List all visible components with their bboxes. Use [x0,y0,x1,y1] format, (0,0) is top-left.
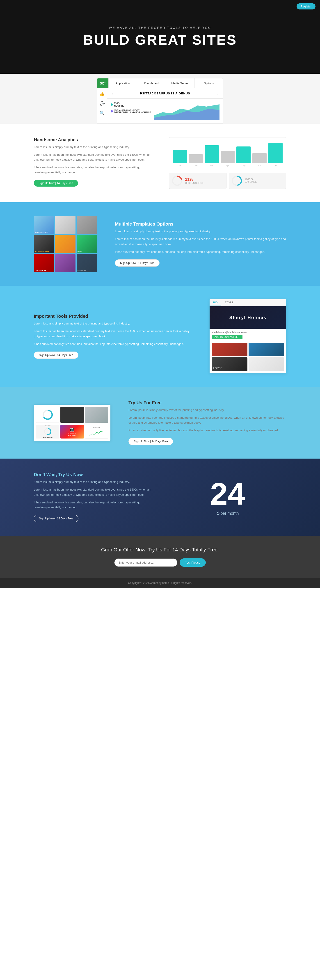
templates-desc3: It has survived not only five centuries,… [115,250,286,255]
footer-cta-title: Grab Our Offer Now. Try Us For 14 Days T… [34,547,286,553]
analytics-desc3: It has survived not only five centuries,… [34,165,151,175]
mockup-hero-image: Sheryl Holmes [210,306,286,329]
hero-title: BUILD GREAT SITES [83,32,237,48]
pricing-cta-button[interactable]: Sign Up Now | 14 Days Free [34,515,78,522]
templates-section: MOUNTAIN LOVE AUDI PROMOTION INDIE LONDO… [0,202,320,286]
sidebar-thumb-icon[interactable]: 👍 [100,92,105,97]
mockup-content: sherlylholmes@sherlylholmes.com ADD TO C… [210,329,286,342]
demo-legend: 1980sHOUSING The Metropolitan RailwayDEV… [111,102,151,120]
hero-subtitle: WE HAVE ALL THE PROPER TOOLS TO HELP YOU [83,26,237,30]
mini-chart-2-label: 11/17 38 [245,178,257,181]
mockup-grid: LORDE [210,342,286,373]
demo-widget: 👍 💬 🔍 ‹ PSITTACOSAURUS IS A GENUS › 1980… [97,88,223,124]
copyright-footer: Copyright © 2021.Company name All rights… [0,578,320,588]
tools-desc1: Lorem Ipsum is simply dummy text of the … [34,321,191,326]
tryus-desc1: Lorem Ipsum is simply dummy text of the … [129,408,286,413]
hero-section: Register WE HAVE ALL THE PROPER TOOLS TO… [0,0,320,74]
pricing-desc3: It has survived not only five centuries,… [34,500,151,510]
footer-form: Yes, Please [34,558,286,567]
bar-1 [173,150,187,163]
nav-item-options[interactable]: Options [194,78,223,88]
legend-item-2: The Metropolitan RailwayDEVELOPED LAND F… [111,109,151,114]
pricing-title: Don't Wait, Try Us Now [34,472,151,477]
template-grid: MOUNTAIN LOVE AUDI PROMOTION INDIE LONDO… [34,216,97,272]
tryus-text: Try Us For Free Lorem Ipsum is simply du… [129,400,286,445]
template-label-tube: LONDON TUBE [35,270,46,271]
template-cell-film [55,254,75,272]
nav-item-media[interactable]: Media Server [166,78,194,88]
demo-chart-visual [154,102,220,120]
tryus-desc2: Lorem Ipsum has been the industry's stan… [129,415,286,425]
chart-label-2: Feb [189,164,203,167]
app-logo: SQ² [97,78,108,88]
chart-label-1: Jan [173,164,187,167]
templates-desc2: Lorem Ipsum has been the industry's stan… [115,237,286,247]
tryus-bottom-grid: DEVICE 60% SINCE 📷 3.868.403Followers RE… [34,425,110,441]
pricing-period: per month [220,511,239,515]
pricing-display: 24 $ per month [169,478,286,516]
legend-dot-purple [111,110,113,113]
analytics-text: Handsome Analytics Lorem Ipsum is simply… [34,137,151,186]
template-label-car: AUDI PROMOTION [35,251,49,252]
demo-sidebar: 👍 💬 🔍 [97,88,107,124]
mockup-grid-portrait [212,343,247,356]
legend-item-1: 1980sHOUSING [111,102,151,107]
tryus-instagram-cell: 📷 3.868.403Followers [60,425,84,439]
chart-labels: Jan Feb Mar Apr May Jun Jul [173,164,283,167]
tryus-insta-followers: 3.868.403Followers [68,433,76,436]
mockup-grid-landscape [248,343,284,356]
nav-item-application[interactable]: Application [108,78,137,88]
bar-chart [173,141,283,163]
pricing-desc2: Lorem Ipsum has been the industry's stan… [34,487,151,497]
legend-label-1: 1980sHOUSING [114,102,125,107]
mockup-tab-bio[interactable]: BIO [210,299,221,306]
tryus-device-cell: DEVICE 60% SINCE [36,425,59,439]
bar-2 [189,154,203,163]
tryus-desc3: It has survived not only five centuries,… [129,428,286,433]
mini-chart-1-value: 21% [185,177,204,182]
bar-7 [268,143,283,163]
sidebar-search-icon[interactable]: 🔍 [100,111,105,116]
bar-6 [252,153,267,163]
mini-chart-1-label: ORDERS OFFICE [185,182,204,185]
analytics-cta-button[interactable]: Sign Up Now | 14 Days Free [34,180,78,186]
tools-title: Important Tools Provided [34,314,191,319]
analytics-visual: Jan Feb Mar Apr May Jun Jul 21% ORDERS O… [169,137,286,189]
template-cell-indie: INDIE [76,235,97,253]
mini-chart-1: 21% ORDERS OFFICE [169,173,226,189]
mockup-lorde-label: LORDE [213,367,223,370]
chart-label-6: Jun [252,164,267,167]
tryus-revenue-label: REVENUE [92,426,100,428]
tools-section: Important Tools Provided Lorem Ipsum is … [0,286,320,387]
tryus-device-pct: 60% SINCE [43,436,53,439]
tryus-cta-button[interactable]: Sign Up Now | 14 Days Free [129,438,173,445]
email-input[interactable] [114,558,177,567]
template-label-mountain: MOUNTAIN LOVE [35,231,48,233]
tryus-mockup: DEVICE 60% SINCE 📷 3.868.403Followers RE… [34,405,110,441]
templates-text: Multiple Templates Options Lorem Ipsum i… [115,221,286,266]
mockup-tab-store[interactable]: STORE [221,299,237,306]
template-label-indie: INDIE [78,251,82,252]
tools-mockup: BIO STORE Sheryl Holmes sherlylholmes@sh… [210,299,286,373]
register-button[interactable]: Register [296,3,315,10]
tryus-user-cell [85,407,108,423]
mini-chart-2-sub: 60% SINCE [245,181,257,183]
hero-content: WE HAVE ALL THE PROPER TOOLS TO HELP YOU… [83,26,237,48]
mockup-add-contact-btn[interactable]: ADD TO CONTACT LIST [212,335,242,339]
footer-cta-section: Grab Our Offer Now. Try Us For 14 Days T… [0,536,320,578]
mini-chart-2: 11/17 38 60% SINCE [229,173,286,189]
nav-item-dashboard[interactable]: Dashboard [137,78,166,88]
templates-cta-button[interactable]: Sign Up Now | 14 Days Free [115,259,159,267]
analytics-section: Handsome Analytics Lorem Ipsum is simply… [0,124,320,202]
tools-cta-button[interactable]: Sign Up Now | 14 Days Free [34,352,78,359]
demo-main: ‹ PSITTACOSAURUS IS A GENUS › 1980sHOUSI… [107,88,223,124]
footer-submit-button[interactable]: Yes, Please [180,558,206,567]
tools-desc2: Lorem Ipsum has been the industry's stan… [34,329,191,339]
carousel-next[interactable]: › [217,91,218,96]
carousel-prev[interactable]: ‹ [112,91,113,96]
mini-chart-2-info: 11/17 38 60% SINCE [245,178,257,183]
app-navbar: SQ² Application Dashboard Media Server O… [97,78,223,88]
template-cell-free: FREE TIME [76,254,97,272]
sidebar-chat-icon[interactable]: 💬 [100,101,105,106]
mockup-name: Sheryl Holmes [229,315,267,320]
